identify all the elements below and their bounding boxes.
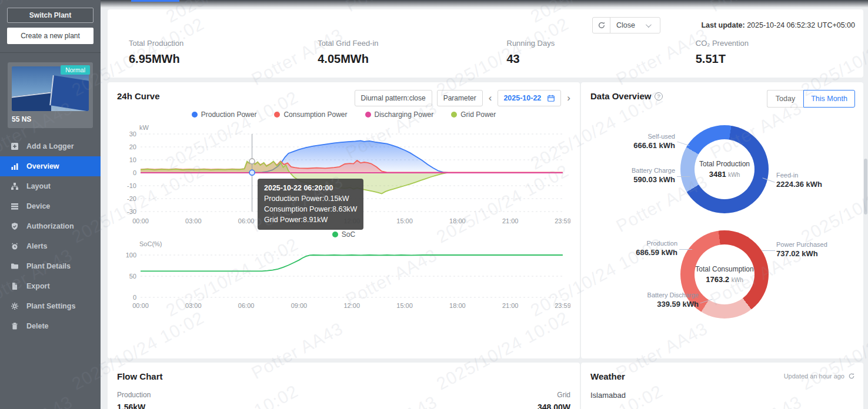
svg-text:100: 100	[126, 252, 136, 259]
plus-square-icon	[10, 142, 19, 151]
switch-plant-button[interactable]: Switch Plant	[7, 8, 94, 23]
stat-running-days: Running Days 43	[486, 39, 675, 66]
sidebar-menu: Add a Logger Overview Layout Device Auth…	[0, 136, 101, 336]
sidebar-item-export[interactable]: Export	[0, 276, 101, 296]
svg-text:20: 20	[129, 143, 136, 150]
refresh-button[interactable]	[593, 18, 610, 33]
svg-text:15:00: 15:00	[396, 217, 413, 224]
plant-status-badge: Normal	[61, 65, 90, 75]
last-update: Last update: 2025-10-24 06:52:32 UTC+05:…	[701, 21, 855, 29]
chevron-down-icon	[646, 22, 652, 28]
curve-panel: 24h Curve Diurnal pattern:close Paramete…	[108, 82, 580, 358]
tooltip-row: Grid Power:8.91kW	[264, 214, 357, 225]
legend-grid[interactable]: Grid Power	[451, 110, 496, 119]
top-fade-strip	[101, 0, 868, 8]
donut-center-title: Total Production	[699, 160, 750, 168]
legend-discharging[interactable]: Discharging Power	[365, 110, 434, 119]
svg-text:00:00: 00:00	[132, 302, 149, 309]
legend-dot	[332, 232, 338, 237]
sidebar-item-label: Overview	[26, 162, 59, 170]
sidebar-item-authorization[interactable]: Authorization	[0, 216, 101, 236]
svg-text:12:00: 12:00	[343, 302, 360, 309]
summary-panel: Close Last update: 2025-10-24 06:52:32 U…	[108, 9, 863, 78]
sidebar-item-add-logger[interactable]: Add a Logger	[0, 136, 101, 156]
scrollbar-thumb[interactable]	[864, 159, 867, 214]
stat-value: 6.95MWh	[129, 52, 296, 66]
sidebar-item-overview[interactable]: Overview	[0, 156, 101, 176]
sidebar-item-delete[interactable]: Delete	[0, 316, 101, 336]
legend-label: Discharging Power	[375, 110, 434, 119]
legend-label: Consumption Power	[283, 110, 347, 119]
svg-text:-10: -10	[127, 182, 136, 189]
refresh-icon	[597, 21, 606, 29]
sidebar-item-label: Delete	[26, 322, 49, 330]
svg-text:06:00: 06:00	[238, 302, 255, 309]
label-feed-in: Feed-in 2224.36 kWh	[776, 172, 822, 189]
legend-production[interactable]: Production Power	[192, 110, 257, 119]
calendar-icon	[547, 94, 555, 102]
today-button[interactable]: Today	[767, 90, 803, 108]
svg-text:21:00: 21:00	[502, 217, 519, 224]
weather-city: Islamabad	[590, 391, 854, 400]
date-value: 2025-10-22	[503, 94, 541, 102]
legend-consumption[interactable]: Consumption Power	[274, 110, 347, 119]
flow-chart-panel: Flow Chart Production 1.56kW Grid 348.00…	[108, 363, 580, 409]
sidebar-item-device[interactable]: Device	[0, 196, 101, 216]
svg-text:-20: -20	[127, 195, 136, 202]
plant-name: 55 NS	[12, 115, 89, 123]
svg-text:09:00: 09:00	[291, 302, 308, 309]
refresh-group: Close	[592, 17, 660, 33]
svg-text:0: 0	[133, 294, 136, 301]
prev-day-button[interactable]: ‹	[488, 90, 493, 106]
svg-text:18:00: 18:00	[449, 302, 466, 309]
main-content: Close Last update: 2025-10-24 06:52:32 U…	[101, 0, 868, 409]
date-picker[interactable]: 2025-10-22	[498, 90, 561, 106]
svg-text:0: 0	[133, 169, 136, 176]
folder-icon	[10, 262, 19, 271]
stat-total-production: Total Production 6.95MWh	[108, 39, 296, 66]
power-legend: Production Power Consumption Power Disch…	[117, 110, 570, 119]
svg-text:50: 50	[129, 273, 136, 280]
refresh-icon[interactable]	[848, 373, 855, 380]
svg-text:23:59: 23:59	[555, 217, 570, 224]
legend-soc[interactable]: SoC	[332, 230, 355, 239]
create-plant-button[interactable]: Create a new plant	[7, 28, 94, 44]
sidebar-item-alerts[interactable]: Alerts	[0, 236, 101, 256]
sidebar-item-plant-details[interactable]: Plant Details	[0, 256, 101, 276]
scrollbar[interactable]	[864, 82, 867, 400]
close-dropdown[interactable]: Close	[610, 18, 660, 33]
this-month-button[interactable]: This Month	[803, 90, 855, 108]
sidebar-item-label: Export	[26, 282, 50, 290]
svg-text:18:00: 18:00	[449, 217, 466, 224]
trash-icon	[10, 321, 19, 331]
svg-text:03:00: 03:00	[185, 302, 202, 309]
leader-line	[677, 176, 690, 177]
help-icon[interactable]: ?	[655, 92, 663, 100]
gear-icon	[10, 301, 19, 311]
production-donut[interactable]: Total Production 3481 kWh	[680, 125, 769, 213]
svg-text:03:00: 03:00	[185, 217, 202, 224]
soc-legend: SoC	[117, 230, 570, 239]
data-overview-title: Data Overview	[590, 91, 651, 101]
sidebar-item-layout[interactable]: Layout	[0, 176, 101, 196]
label-self-used: Self-used 666.61 kWh	[597, 133, 675, 150]
sidebar-item-plant-settings[interactable]: Plant Settings	[0, 296, 101, 316]
svg-text:10: 10	[129, 156, 136, 163]
sidebar-item-label: Authorization	[26, 222, 74, 230]
sidebar-divider	[0, 52, 101, 53]
donut-center-value: 3481 kWh	[709, 170, 740, 179]
legend-label: Grid Power	[460, 110, 496, 119]
svg-text:-30: -30	[127, 208, 136, 215]
sidebar-item-label: Plant Settings	[26, 302, 75, 310]
plant-card[interactable]: Normal 55 NS	[8, 62, 93, 128]
svg-text:00:00: 00:00	[132, 217, 149, 224]
svg-text:30: 30	[129, 130, 136, 138]
next-day-button[interactable]: ›	[566, 90, 572, 106]
parameter-button[interactable]: Parameter	[437, 90, 483, 106]
shield-check-icon	[10, 222, 19, 231]
soc-chart[interactable]: 100500SoC(%)00:0003:0006:0009:0012:0015:…	[117, 239, 570, 313]
solar-panel-graphic	[49, 75, 89, 111]
sidebar-item-label: Device	[26, 202, 50, 210]
donut-center-value: 1763.2 kWh	[706, 275, 743, 284]
diurnal-pattern-button[interactable]: Diurnal pattern:close	[355, 90, 432, 106]
